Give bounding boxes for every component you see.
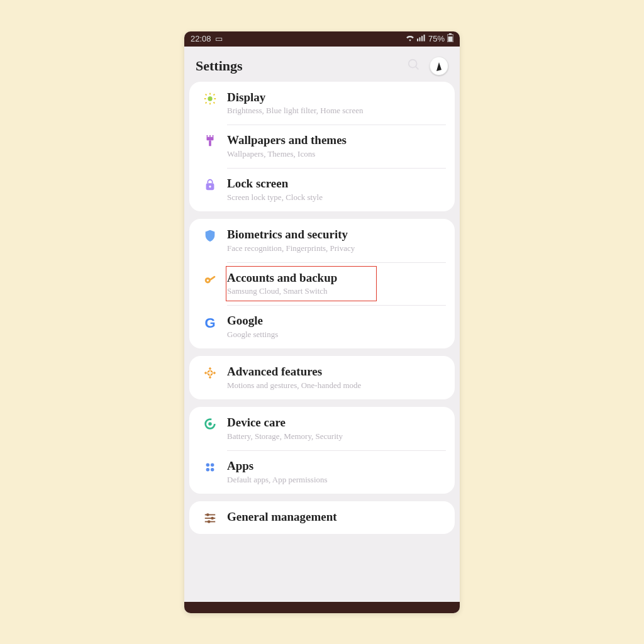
settings-group: Biometrics and securityFace recognition,… bbox=[189, 219, 455, 348]
row-title: Biometrics and security bbox=[227, 228, 441, 242]
svg-point-31 bbox=[208, 422, 212, 426]
row-subtitle: Motions and gestures, One-handed mode bbox=[227, 380, 441, 391]
brush-icon bbox=[193, 133, 227, 148]
row-subtitle: Screen lock type, Clock style bbox=[227, 192, 441, 203]
row-subtitle: Wallpapers, Themes, Icons bbox=[227, 149, 441, 159]
row-subtitle: Default apps, App permissions bbox=[227, 475, 441, 485]
svg-point-33 bbox=[211, 463, 214, 467]
svg-point-7 bbox=[409, 59, 417, 67]
settings-group: Advanced featuresMotions and gestures, O… bbox=[189, 356, 455, 399]
wifi-icon bbox=[406, 34, 414, 43]
settings-group: Device careBattery, Storage, Memory, Sec… bbox=[189, 407, 455, 494]
shield-icon bbox=[193, 228, 227, 243]
settings-row[interactable]: Advanced featuresMotions and gestures, O… bbox=[189, 356, 455, 399]
svg-point-35 bbox=[211, 468, 214, 472]
sun-icon bbox=[193, 91, 227, 106]
settings-row[interactable]: GGoogleGoogle settings bbox=[189, 305, 455, 348]
status-bar: 22:08 ▭ 75% bbox=[184, 31, 460, 47]
svg-point-41 bbox=[208, 520, 211, 523]
screenshot-icon: ▭ bbox=[215, 34, 223, 43]
settings-list[interactable]: DisplayBrightness, Blue light filter, Ho… bbox=[184, 82, 460, 602]
signal-icon bbox=[417, 34, 426, 43]
settings-row[interactable]: General management bbox=[189, 501, 455, 534]
svg-rect-3 bbox=[423, 35, 425, 42]
settings-row[interactable]: Lock screenScreen lock type, Clock style bbox=[189, 168, 455, 211]
settings-row[interactable]: Biometrics and securityFace recognition,… bbox=[189, 219, 455, 262]
search-icon[interactable] bbox=[407, 58, 421, 74]
key-icon bbox=[193, 271, 227, 286]
svg-line-15 bbox=[206, 94, 207, 95]
row-title: Google bbox=[227, 314, 441, 328]
svg-rect-20 bbox=[209, 140, 211, 146]
dots-icon bbox=[193, 459, 227, 474]
row-title: Device care bbox=[227, 416, 441, 430]
row-subtitle: Google settings bbox=[227, 330, 441, 340]
plus-icon bbox=[193, 365, 227, 380]
svg-rect-22 bbox=[209, 135, 211, 137]
svg-point-25 bbox=[209, 186, 211, 187]
svg-rect-2 bbox=[421, 36, 423, 41]
svg-line-17 bbox=[206, 102, 207, 103]
svg-rect-23 bbox=[213, 135, 214, 137]
row-title: Accounts and backup bbox=[227, 271, 441, 286]
google-icon: G bbox=[193, 314, 227, 331]
svg-rect-6 bbox=[448, 36, 453, 42]
svg-point-32 bbox=[206, 463, 210, 467]
sliders-icon bbox=[193, 510, 227, 525]
row-subtitle: Battery, Storage, Memory, Security bbox=[227, 431, 441, 441]
svg-rect-21 bbox=[207, 135, 208, 137]
svg-rect-1 bbox=[419, 37, 420, 41]
svg-point-39 bbox=[206, 513, 209, 516]
svg-point-34 bbox=[206, 468, 210, 472]
profile-avatar[interactable] bbox=[430, 57, 448, 75]
settings-row[interactable]: DisplayBrightness, Blue light filter, Ho… bbox=[189, 82, 455, 125]
row-subtitle: Samsung Cloud, Smart Switch bbox=[227, 286, 441, 296]
settings-row[interactable]: AppsDefault apps, App permissions bbox=[189, 450, 455, 494]
svg-rect-0 bbox=[417, 38, 418, 41]
row-subtitle: Brightness, Blue light filter, Home scre… bbox=[227, 106, 441, 116]
svg-point-27 bbox=[207, 279, 209, 281]
settings-group: DisplayBrightness, Blue light filter, Ho… bbox=[189, 82, 455, 211]
settings-group: General management bbox=[189, 501, 455, 534]
svg-rect-19 bbox=[207, 137, 214, 141]
row-title: Lock screen bbox=[227, 177, 441, 191]
svg-line-8 bbox=[416, 66, 419, 69]
phone-frame: 22:08 ▭ 75% Settings DisplayBrightness, … bbox=[184, 31, 460, 613]
status-time: 22:08 bbox=[191, 34, 211, 43]
row-subtitle: Face recognition, Fingerprints, Privacy bbox=[227, 243, 441, 253]
settings-row[interactable]: Wallpapers and themesWallpapers, Themes,… bbox=[189, 125, 455, 168]
circle-icon bbox=[193, 416, 227, 431]
page-title: Settings bbox=[196, 58, 243, 74]
row-title: General management bbox=[227, 510, 441, 525]
row-title: Apps bbox=[227, 459, 441, 474]
lock-icon bbox=[193, 177, 227, 192]
svg-line-16 bbox=[214, 102, 215, 103]
battery-icon bbox=[447, 33, 453, 44]
svg-line-18 bbox=[214, 94, 215, 95]
svg-point-10 bbox=[208, 96, 212, 101]
settings-header: Settings bbox=[184, 47, 460, 82]
settings-row[interactable]: Accounts and backupSamsung Cloud, Smart … bbox=[189, 262, 455, 306]
svg-point-40 bbox=[211, 516, 214, 519]
navigation-bar bbox=[184, 602, 460, 613]
row-title: Wallpapers and themes bbox=[227, 133, 441, 148]
settings-row[interactable]: Device careBattery, Storage, Memory, Sec… bbox=[189, 407, 455, 450]
row-title: Display bbox=[227, 91, 441, 105]
battery-text: 75% bbox=[428, 34, 445, 43]
row-title: Advanced features bbox=[227, 365, 441, 379]
svg-rect-28 bbox=[209, 275, 216, 280]
